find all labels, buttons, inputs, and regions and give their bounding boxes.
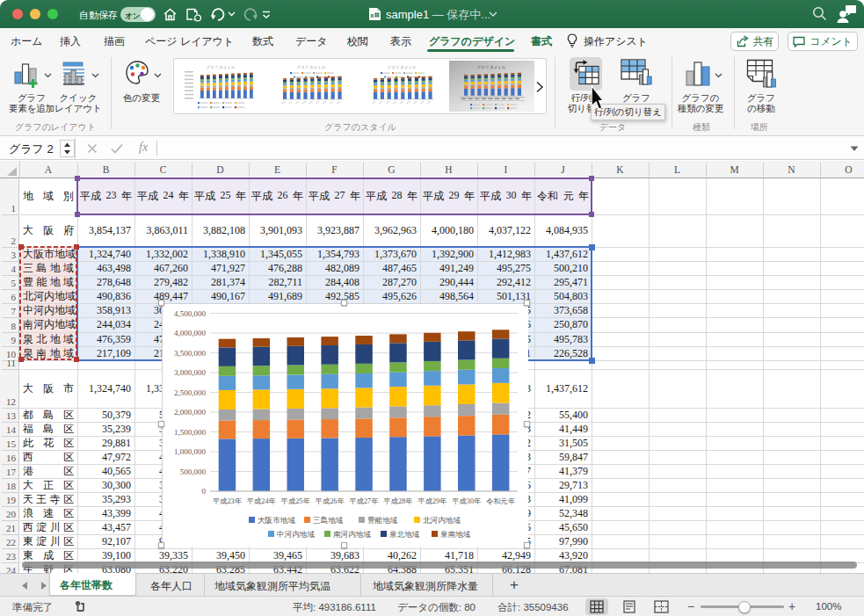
svg-text:500,000: 500,000: [180, 467, 207, 476]
svg-text:豊能地域: 豊能地域: [367, 516, 398, 525]
svg-text:グラフ タイトル: グラフ タイトル: [477, 65, 506, 69]
svg-text:平成29年: 平成29年: [417, 497, 448, 505]
svg-text:3,500,000: 3,500,000: [174, 349, 207, 358]
svg-text:グラフ タイトル: グラフ タイトル: [388, 65, 417, 69]
svg-text:2,500,000: 2,500,000: [174, 388, 207, 397]
svg-text:4,500,000: 4,500,000: [174, 309, 207, 318]
svg-text:2,000,000: 2,000,000: [174, 408, 207, 417]
svg-text:大阪市地域: 大阪市地域: [258, 516, 295, 525]
svg-text:0: 0: [202, 487, 207, 496]
svg-text:グラフ タイトル: グラフ タイトル: [297, 65, 326, 69]
svg-text:三島地域: 三島地域: [313, 516, 344, 525]
svg-text:北河内地域: 北河内地域: [423, 516, 461, 525]
svg-text:平成25年: 平成25年: [280, 497, 311, 505]
svg-text:3,000,000: 3,000,000: [174, 368, 207, 377]
svg-text:中河内地域: 中河内地域: [277, 530, 315, 539]
svg-text:1,500,000: 1,500,000: [174, 428, 207, 437]
svg-text:グラフ タイトル: グラフ タイトル: [207, 65, 236, 69]
svg-text:泉南地域: 泉南地域: [440, 530, 471, 539]
svg-text:1,000,000: 1,000,000: [174, 447, 207, 456]
svg-text:平成28年: 平成28年: [383, 497, 414, 505]
svg-text:平成30年: 平成30年: [451, 497, 482, 505]
svg-text:平成23年: 平成23年: [212, 497, 243, 505]
svg-text:平成24年: 平成24年: [246, 497, 277, 505]
svg-text:平成26年: 平成26年: [315, 497, 345, 505]
svg-text:4,000,000: 4,000,000: [174, 329, 207, 337]
svg-text:令和元年: 令和元年: [486, 497, 516, 505]
svg-text:平成27年: 平成27年: [349, 497, 380, 505]
svg-text:泉北地域: 泉北地域: [389, 530, 420, 539]
svg-text:南河内地域: 南河内地域: [333, 530, 371, 539]
